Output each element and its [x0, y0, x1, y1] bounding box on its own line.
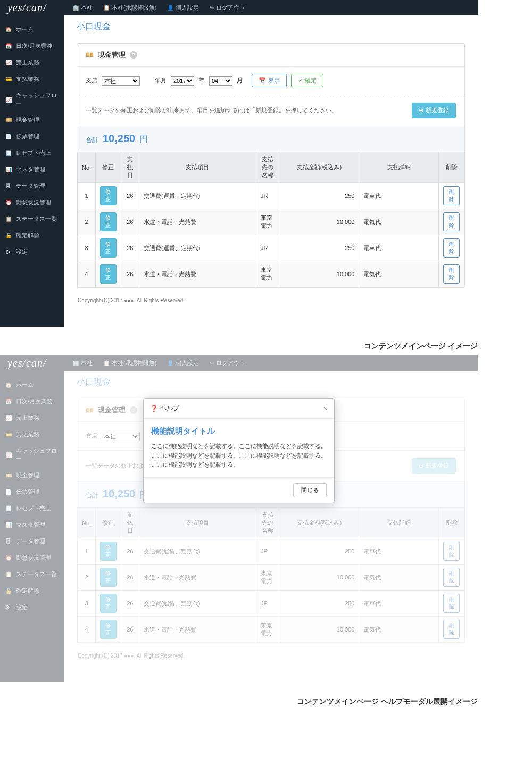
- cell-item: 交通費(運賃、定期代): [139, 183, 256, 209]
- header-nav-honsha-noperm[interactable]: 📋 本社(承認権限無): [103, 4, 156, 12]
- sidebar-item-unlock[interactable]: 🔓確定解除: [0, 227, 64, 244]
- cell-detail: 電気代: [359, 261, 439, 287]
- chart-icon: 📈: [5, 97, 12, 103]
- month-select[interactable]: 04: [209, 76, 232, 86]
- edit-button[interactable]: 修正: [100, 238, 116, 258]
- sidebar-item-sales[interactable]: 📈売上業務: [0, 54, 64, 71]
- close-icon[interactable]: ×: [323, 404, 328, 413]
- cell-payee: 東京電力: [256, 261, 279, 287]
- cell-no: 1: [78, 183, 96, 209]
- logo: yes/can/: [0, 2, 64, 14]
- cell-amount: 250: [279, 235, 359, 261]
- year-suffix: 年: [198, 76, 205, 85]
- sidebar-item-master[interactable]: 📊マスタ管理: [0, 161, 64, 178]
- sidebar-item-data[interactable]: 🗄データ管理: [0, 178, 64, 194]
- sidebar-item-label: 伝票管理: [16, 132, 39, 140]
- page-title: 小口現金: [77, 21, 465, 32]
- receipt-icon: 🧾: [5, 150, 12, 156]
- delete-button[interactable]: 削除: [443, 264, 460, 284]
- header-nav-label: ログアウト: [216, 4, 245, 12]
- header-nav-logout[interactable]: ↪ ログアウト: [210, 4, 245, 12]
- col-amount: 支払金額(税込み): [279, 152, 359, 183]
- help-icon: ❓: [150, 405, 158, 412]
- col-no: No.: [78, 152, 96, 183]
- modal-header: ❓ヘルプ ×: [144, 399, 334, 419]
- header-nav-label: 本社(承認権限無): [112, 4, 156, 12]
- note-text: 一覧データの修正および削除が出来ます。項目を追加するには「新規登録」を押してくだ…: [86, 106, 337, 114]
- sidebar-item-payments[interactable]: 💳支払業務: [0, 71, 64, 87]
- year-select[interactable]: 2017: [171, 76, 194, 86]
- modal-footer: 閉じる: [144, 477, 334, 503]
- cash-panel: 💴 現金管理 ? 支店 本社 年月 2017 年 04 月 📅表示 ✓確定 一覧…: [77, 43, 465, 288]
- home-icon: 🏠: [5, 27, 12, 32]
- confirm-button[interactable]: ✓確定: [291, 74, 323, 87]
- cell-date: 26: [121, 209, 139, 235]
- modal-close-button[interactable]: 閉じる: [293, 483, 327, 497]
- cell-item: 水道・電話・光熱費: [139, 209, 256, 235]
- cell-amount: 10,000: [279, 261, 359, 287]
- sidebar-item-slip[interactable]: 📄伝票管理: [0, 128, 64, 145]
- sidebar-item-label: 確定解除: [16, 231, 39, 239]
- sidebar-item-settings[interactable]: ⚙設定: [0, 244, 64, 260]
- delete-button[interactable]: 削除: [443, 186, 460, 205]
- cell-edit: 修正: [96, 261, 121, 287]
- cell-delete: 削除: [439, 183, 464, 209]
- app-screen-main: yes/can/ 🏢 本社 📋 本社(承認権限無) 👤 個人設定 ↪ ログアウト…: [0, 0, 478, 327]
- ym-label: 年月: [155, 77, 167, 85]
- check-icon: ✓: [298, 77, 303, 84]
- branch-label: 支店: [86, 77, 97, 85]
- sidebar-item-label: 勤怠状況管理: [16, 198, 51, 206]
- sidebar-item-label: ステータス一覧: [16, 215, 57, 223]
- note-row: 一覧データの修正および削除が出来ます。項目を追加するには「新規登録」を押してくだ…: [77, 95, 464, 126]
- list-icon: 📋: [5, 216, 12, 222]
- cell-detail: 電車代: [359, 235, 439, 261]
- panel-header: 💴 現金管理 ?: [77, 44, 464, 67]
- cell-no: 4: [78, 261, 96, 287]
- db-icon: 🗄: [5, 183, 12, 189]
- new-register-button[interactable]: ⊕新規登録: [412, 103, 456, 118]
- content-area: 小口現金 💴 現金管理 ? 支店 本社 年月 2017 年 04 月 📅表示 ✓…: [64, 0, 478, 327]
- clock-icon: ⏰: [5, 200, 12, 205]
- sidebar-item-attendance[interactable]: ⏰勤怠状況管理: [0, 194, 64, 211]
- modal-header-title: ❓ヘルプ: [150, 404, 179, 413]
- header-nav-personal[interactable]: 👤 個人設定: [167, 4, 199, 12]
- edit-button[interactable]: 修正: [100, 264, 116, 284]
- col-payee: 支払先の名称: [256, 152, 279, 183]
- caption-modal: コンテンツメインページ ヘルプモーダル展開イメージ: [0, 693, 478, 711]
- table-row: 4 修正 26 水道・電話・光熱費 東京電力 10,000 電気代 削除: [78, 261, 464, 287]
- header-nav-label: 個人設定: [176, 4, 199, 12]
- cell-delete: 削除: [439, 261, 464, 287]
- caption-main: コンテンツメインページ イメージ: [0, 337, 478, 355]
- cell-item: 交通費(運賃、定期代): [139, 235, 256, 261]
- sidebar-item-home[interactable]: 🏠ホーム: [0, 21, 64, 38]
- cell-delete: 削除: [439, 209, 464, 235]
- edit-button[interactable]: 修正: [100, 212, 116, 231]
- sidebar-item-cash[interactable]: 💴現金管理: [0, 112, 64, 128]
- branch-select[interactable]: 本社: [102, 76, 140, 86]
- help-icon[interactable]: ?: [130, 51, 137, 59]
- show-button[interactable]: 📅表示: [252, 74, 287, 87]
- col-edit: 修正: [96, 152, 121, 183]
- sidebar-item-label: マスタ管理: [16, 165, 45, 173]
- sidebar-item-cashflow[interactable]: 📈キャッシュフロー: [0, 87, 64, 112]
- month-suffix: 月: [237, 76, 243, 85]
- sidebar: 🏠ホーム 📅日次/月次業務 📈売上業務 💳支払業務 📈キャッシュフロー 💴現金管…: [0, 0, 64, 327]
- delete-button[interactable]: 削除: [443, 238, 460, 258]
- app-screen-modal: yes/can/ 🏢本社 📋本社(承認権限無) 👤個人設定 ↪ログアウト 🏠ホー…: [0, 355, 478, 682]
- doc-icon: 📄: [5, 134, 12, 139]
- cell-detail: 電気代: [359, 209, 439, 235]
- delete-button[interactable]: 削除: [443, 212, 460, 231]
- sidebar-item-daily[interactable]: 📅日次/月次業務: [0, 38, 64, 54]
- modal-subtitle: 機能説明タイトル: [151, 426, 327, 436]
- sidebar-item-status[interactable]: 📋ステータス一覧: [0, 211, 64, 227]
- col-item: 支払項目: [139, 152, 256, 183]
- table-row: 2 修正 26 水道・電話・光熱費 東京電力 10,000 電気代 削除: [78, 209, 464, 235]
- sidebar-item-receipt[interactable]: 🧾レセプト売上: [0, 145, 64, 161]
- chart-icon: 📈: [5, 60, 12, 65]
- money-icon: 💴: [86, 51, 94, 59]
- header-nav-honsha[interactable]: 🏢 本社: [72, 4, 93, 12]
- table-body: 1 修正 26 交通費(運賃、定期代) JR 250 電車代 削除 2 修正 2…: [78, 183, 464, 287]
- edit-button[interactable]: 修正: [100, 186, 116, 205]
- sidebar-item-label: レセプト売上: [16, 149, 51, 157]
- help-modal: ❓ヘルプ × 機能説明タイトル ここに機能説明などを記載する。ここに機能説明など…: [143, 398, 335, 503]
